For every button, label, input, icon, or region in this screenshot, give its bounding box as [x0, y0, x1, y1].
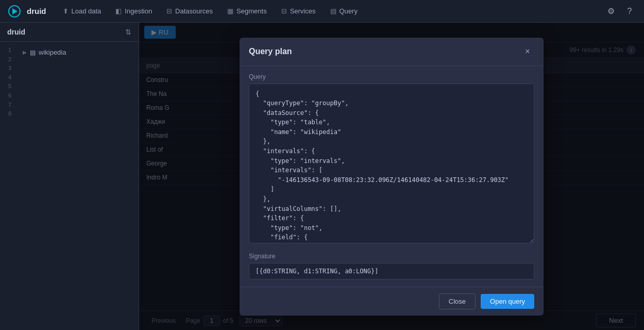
ingestion-icon: ◧ [115, 7, 122, 15]
line-2: 2 [0, 55, 15, 64]
nav-right: ⚙ ? [603, 3, 638, 20]
modal-close-button[interactable]: × [521, 45, 534, 58]
signature-label: Signature [249, 253, 534, 260]
query-label: Query [249, 73, 534, 80]
sidebar-title: druid [7, 28, 25, 36]
line-8: 8 [0, 109, 15, 119]
tree-item-label: wikipedia [39, 48, 66, 56]
help-button[interactable]: ? [621, 3, 638, 20]
settings-icon: ⚙ [607, 6, 615, 16]
signature-field: Signature [249, 253, 534, 279]
nav-ingestion[interactable]: ◧ Ingestion [109, 4, 158, 18]
modal-overlay: Query plan × Query { "queryType": "group… [139, 23, 644, 330]
line-3: 3 [0, 64, 15, 73]
modal-body: Query { "queryType": "groupBy", "dataSou… [240, 66, 544, 287]
top-nav: druid ⬆ Load data ◧ Ingestion ⊟ Datasour… [0, 0, 644, 23]
open-query-button[interactable]: Open query [481, 294, 534, 309]
logo-text: druid [27, 7, 46, 15]
sidebar-tree: ▶ ▤ wikipedia [15, 42, 139, 330]
nav-query[interactable]: ▤ Query [324, 4, 364, 18]
settings-button[interactable]: ⚙ [603, 3, 619, 20]
sidebar: druid ⇅ 1 2 3 4 5 6 7 8 ▶ ▤ wikipedia [0, 23, 139, 330]
services-icon: ⊟ [281, 7, 287, 15]
line-6: 6 [0, 91, 15, 101]
modal-header: Query plan × [240, 38, 544, 66]
help-icon: ? [628, 7, 632, 16]
nav-datasources[interactable]: ⊟ Datasources [160, 4, 219, 18]
nav-services[interactable]: ⊟ Services [275, 4, 322, 18]
content-area: ▶ RU 99+ results in 1.29s i page Count C… [139, 23, 644, 330]
close-button[interactable]: Close [439, 293, 476, 309]
load-data-icon: ⬆ [63, 7, 69, 15]
nav-load-data[interactable]: ⬆ Load data [57, 4, 108, 18]
chevron-right-icon: ▶ [23, 50, 27, 55]
table-icon: ▤ [30, 49, 36, 56]
modal-footer: Close Open query [240, 287, 544, 316]
line-7: 7 [0, 101, 15, 110]
segments-icon: ▦ [227, 7, 233, 15]
modal-title: Query plan [249, 47, 292, 56]
sidebar-item-wikipedia[interactable]: ▶ ▤ wikipedia [15, 46, 139, 59]
sidebar-body: 1 2 3 4 5 6 7 8 ▶ ▤ wikipedia [0, 42, 139, 330]
sidebar-toggle[interactable]: ⇅ [125, 28, 131, 36]
sidebar-header: druid ⇅ [0, 23, 139, 42]
line-5: 5 [0, 82, 15, 91]
line-4: 4 [0, 73, 15, 82]
query-icon: ▤ [330, 7, 336, 15]
query-textarea[interactable]: { "queryType": "groupBy", "dataSource": … [249, 84, 534, 243]
nav-segments[interactable]: ▦ Segments [221, 4, 273, 18]
datasources-icon: ⊟ [166, 7, 172, 15]
line-1: 1 [0, 46, 15, 55]
signature-input[interactable] [249, 263, 534, 279]
query-field: Query { "queryType": "groupBy", "dataSou… [249, 73, 534, 245]
main-layout: druid ⇅ 1 2 3 4 5 6 7 8 ▶ ▤ wikipedia [0, 23, 644, 330]
line-numbers: 1 2 3 4 5 6 7 8 [0, 42, 15, 330]
query-plan-modal: Query plan × Query { "queryType": "group… [240, 38, 544, 316]
druid-logo [6, 3, 23, 20]
logo-area: druid [6, 3, 46, 20]
